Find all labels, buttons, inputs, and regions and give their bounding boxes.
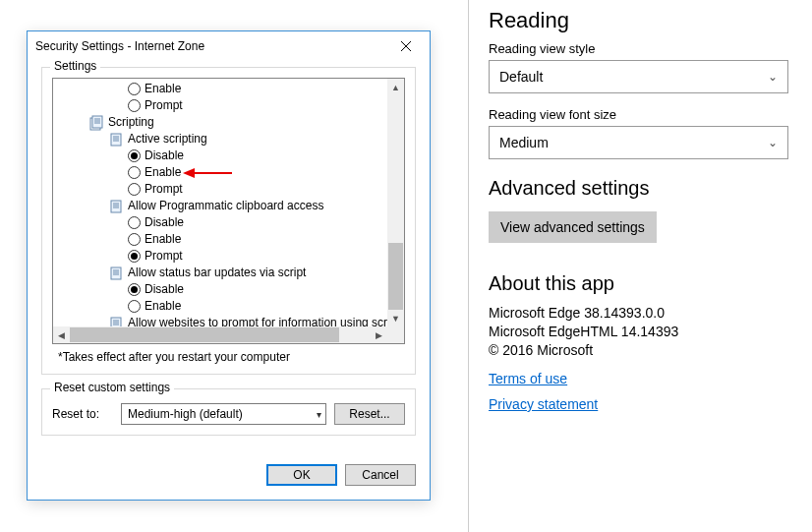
category-status-bar: Allow status bar updates via script [57,265,387,281]
edge-settings-panel: Reading Reading view style Default ⌄ Rea… [468,0,792,532]
terms-of-use-link[interactable]: Terms of use [489,371,567,386]
about-version-edge: Microsoft Edge 38.14393.0.0 [489,305,773,321]
dialog-footer: OK Cancel [28,454,430,500]
dialog-title: Security Settings - Internet Zone [35,39,390,53]
view-advanced-settings-button[interactable]: View advanced settings [489,211,657,243]
scroll-right-icon[interactable]: ▶ [371,326,387,343]
radio-option[interactable]: Prompt [57,97,387,114]
radio-clipboard-enable[interactable]: Enable [57,231,387,248]
svg-rect-15 [111,267,121,279]
svg-rect-7 [111,134,121,146]
advanced-heading: Advanced settings [489,177,773,200]
reset-group: Reset custom settings Reset to: Medium-h… [41,388,416,436]
category-clipboard-access: Allow Programmatic clipboard access [57,198,387,214]
settings-group-label: Settings [50,59,100,73]
close-button[interactable] [390,34,422,58]
scroll-down-icon[interactable]: ▼ [387,310,404,326]
vertical-scrollbar[interactable]: ▲ ▼ [387,79,404,326]
radio-clipboard-disable[interactable]: Disable [57,214,387,231]
radio-option[interactable]: Enable [57,81,387,97]
settings-group: Settings Enable Prompt Scripting Active … [41,67,416,375]
reading-style-combo[interactable]: Default ⌄ [489,60,788,93]
about-copyright: © 2016 Microsoft [489,342,773,358]
cancel-button[interactable]: Cancel [345,464,416,486]
category-active-scripting: Active scripting [57,131,387,148]
radio-active-scripting-disable[interactable]: Disable [57,148,387,164]
ok-button[interactable]: OK [266,464,337,486]
reading-heading: Reading [489,8,773,33]
category-scripting: Scripting [57,114,387,131]
radio-active-scripting-prompt[interactable]: Prompt [57,181,387,198]
radio-clipboard-prompt[interactable]: Prompt [57,248,387,265]
script-icon [108,132,124,148]
reading-style-label: Reading view style [489,41,773,56]
radio-status-disable[interactable]: Disable [57,281,387,298]
svg-rect-3 [92,116,102,128]
security-settings-dialog: Security Settings - Internet Zone Settin… [27,30,431,501]
svg-rect-11 [111,201,121,212]
scroll-up-icon[interactable]: ▲ [387,79,404,95]
scroll-thumb[interactable] [388,243,403,310]
reading-font-label: Reading view font size [489,107,773,122]
reading-font-combo[interactable]: Medium ⌄ [489,126,788,159]
settings-tree-pane: Enable Prompt Scripting Active scripting… [52,78,405,344]
reset-to-label: Reset to: [52,407,113,421]
chevron-down-icon: ⌄ [768,70,778,84]
settings-tree: Enable Prompt Scripting Active scripting… [53,79,387,326]
privacy-statement-link[interactable]: Privacy statement [489,396,598,412]
about-block: Microsoft Edge 38.14393.0.0 Microsoft Ed… [489,305,773,358]
scroll-left-icon[interactable]: ◀ [53,326,70,343]
restart-note: *Takes effect after you restart your com… [58,350,405,364]
reset-level-combo[interactable]: Medium-high (default) ▾ [121,403,326,425]
radio-status-enable[interactable]: Enable [57,298,387,315]
chevron-down-icon: ⌄ [768,136,778,149]
about-heading: About this app [489,272,773,295]
titlebar: Security Settings - Internet Zone [28,31,430,61]
reset-group-label: Reset custom settings [50,381,174,394]
close-icon [401,41,411,51]
script-icon [108,199,124,214]
reset-button[interactable]: Reset... [334,403,405,425]
script-icon [108,266,124,281]
scroll-corner [387,326,404,343]
scripting-icon [88,115,104,131]
script-icon [108,316,124,327]
horizontal-scrollbar[interactable]: ◀ ▶ [53,326,387,343]
scroll-thumb-h[interactable] [70,327,339,342]
about-version-edgehtml: Microsoft EdgeHTML 14.14393 [489,324,773,339]
radio-active-scripting-enable[interactable]: Enable [57,164,387,181]
chevron-down-icon: ▾ [317,409,321,420]
category-website-prompt: Allow websites to prompt for information… [57,315,387,326]
